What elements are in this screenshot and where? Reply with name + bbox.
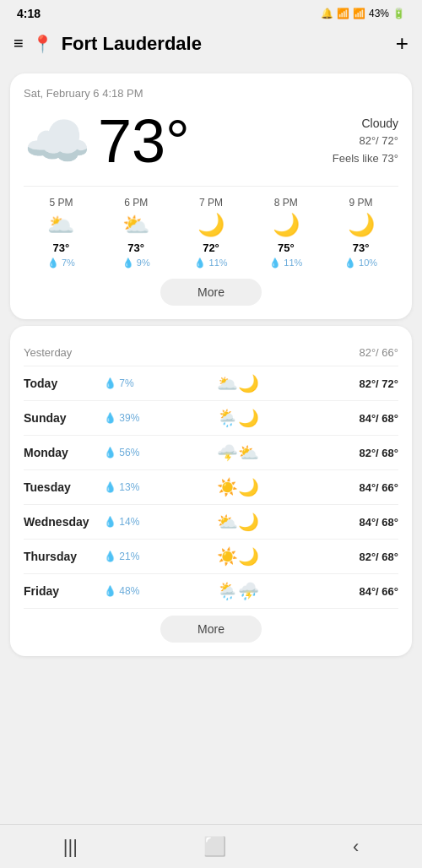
high-low-label: 82°/ 72° — [333, 133, 398, 150]
forecast-precip: 💧 7% — [104, 377, 144, 389]
hour-label: 6 PM — [124, 197, 148, 209]
forecast-row: Today 💧 7% 🌥️🌙 82°/ 72° — [24, 366, 398, 401]
forecast-temps: 84°/ 68° — [331, 412, 398, 425]
forecast-temps: 82°/ 72° — [331, 377, 398, 390]
hour-weather-icon: 🌥️ — [47, 212, 74, 238]
hour-weather-icon: ⛅ — [122, 212, 149, 238]
wifi-icon: 📶 — [337, 8, 349, 19]
hour-label: 7 PM — [199, 197, 223, 209]
forecast-icons: ☀️🌙 — [144, 546, 331, 567]
location-icon: 📍 — [32, 34, 53, 54]
hourly-row: 5 PM 🌥️ 73° 💧 7% 6 PM ⛅ 73° 💧 9% 7 PM 🌙 … — [24, 186, 398, 269]
hour-precip: 💧 9% — [122, 258, 150, 269]
forecast-temps: 84°/ 66° — [331, 585, 398, 598]
nav-home-icon[interactable]: ⬜ — [203, 836, 226, 858]
forecast-precip: 💧 39% — [104, 412, 144, 424]
forecast-day: Monday — [24, 446, 104, 459]
forecast-icons: 🌦️🌙 — [144, 408, 331, 428]
forecast-day: Today — [24, 377, 104, 390]
current-weather-icon: ☁️ — [24, 110, 91, 173]
hour-temperature: 73° — [127, 241, 144, 254]
forecast-day: Wednesday — [24, 515, 104, 529]
forecast-row: Sunday 💧 39% 🌦️🌙 84°/ 68° — [24, 401, 398, 436]
hour-weather-icon: 🌙 — [273, 212, 300, 238]
forecast-icons: 🌥️🌙 — [144, 373, 331, 393]
forecast-temps: 82°/ 68° — [331, 447, 398, 459]
forecast-row: Tuesday 💧 13% ☀️🌙 84°/ 66° — [24, 470, 398, 505]
signal-icon: 📶 — [353, 8, 365, 19]
hour-precip: 💧 7% — [47, 258, 75, 269]
app-header: ≡ 📍 Fort Lauderdale + — [0, 24, 422, 67]
forecast-row: Friday 💧 48% 🌦️⛈️ 84°/ 66° — [24, 574, 398, 609]
hourly-item: 6 PM ⛅ 73° 💧 9% — [99, 197, 174, 269]
forecast-icons: ⛅🌙 — [144, 512, 331, 532]
alarm-icon: 🔔 — [321, 8, 333, 19]
hourly-item: 9 PM 🌙 73° 💧 10% — [323, 197, 398, 269]
hour-temperature: 75° — [278, 241, 295, 254]
forecast-row: Yesterday 82°/ 66° — [24, 339, 398, 366]
feels-like-label: Feels like 73° — [333, 150, 398, 168]
add-location-button[interactable]: + — [396, 30, 408, 57]
menu-icon[interactable]: ≡ — [14, 34, 24, 53]
hour-label: 9 PM — [349, 197, 373, 209]
forecast-day: Thursday — [24, 550, 104, 563]
forecast-temps: 82°/ 68° — [331, 551, 398, 563]
hour-temperature: 72° — [203, 241, 219, 254]
hourly-item: 5 PM 🌥️ 73° 💧 7% — [24, 197, 99, 269]
current-main: ☁️ 73° Cloudy 82°/ 72° Feels like 73° — [24, 106, 398, 176]
forecast-icons: 🌩️⛅ — [144, 442, 331, 463]
battery-icon: 🔋 — [392, 8, 405, 19]
hour-weather-icon: 🌙 — [348, 212, 375, 238]
forecast-day: Tuesday — [24, 480, 104, 494]
hour-precip: 💧 10% — [344, 258, 377, 269]
status-bar: 4:18 🔔 📶 📶 43% 🔋 — [0, 0, 422, 24]
forecast-row: Thursday 💧 21% ☀️🌙 82°/ 68° — [24, 540, 398, 574]
more-button[interactable]: More — [160, 279, 262, 306]
hour-label: 8 PM — [274, 197, 298, 209]
battery-label: 43% — [369, 8, 389, 19]
bottom-navigation: ||| ⬜ ‹ — [0, 824, 422, 868]
forecast-icons: ☀️🌙 — [144, 477, 331, 497]
city-name: Fort Lauderdale — [62, 33, 202, 55]
hourly-item: 7 PM 🌙 72° 💧 11% — [174, 197, 249, 269]
forecast-card: Yesterday 82°/ 66° Today 💧 7% 🌥️🌙 82°/ 7… — [10, 326, 412, 656]
current-temperature: 73° — [98, 106, 333, 176]
forecast-row: Wednesday 💧 14% ⛅🌙 84°/ 68° — [24, 505, 398, 540]
forecast-temps: 84°/ 66° — [331, 481, 398, 494]
hour-temperature: 73° — [53, 241, 70, 254]
nav-menu-icon[interactable]: ||| — [63, 836, 78, 858]
current-weather-card: Sat, February 6 4:18 PM ☁️ 73° Cloudy 82… — [10, 73, 412, 319]
header-left: ≡ 📍 Fort Lauderdale — [14, 33, 202, 55]
forecast-precip: 💧 21% — [104, 551, 144, 562]
hour-precip: 💧 11% — [269, 258, 302, 269]
hour-label: 5 PM — [49, 197, 73, 209]
forecast-precip: 💧 14% — [104, 516, 144, 528]
hour-weather-icon: 🌙 — [197, 212, 225, 238]
forecast-precip: 💧 56% — [104, 447, 144, 458]
forecast-day: Yesterday — [24, 346, 104, 359]
nav-back-icon[interactable]: ‹ — [353, 836, 359, 858]
forecast-temps: 82°/ 66° — [331, 346, 398, 359]
forecast-icons: 🌦️⛈️ — [144, 581, 331, 601]
forecast-precip: 💧 13% — [104, 481, 144, 493]
forecast-day: Sunday — [24, 411, 104, 425]
hour-precip: 💧 11% — [194, 258, 227, 269]
hourly-item: 8 PM 🌙 75° 💧 11% — [248, 197, 323, 269]
condition-label: Cloudy — [333, 114, 398, 133]
current-date: Sat, February 6 4:18 PM — [24, 87, 398, 100]
forecast-precip: 💧 48% — [104, 585, 144, 597]
more-forecast-button[interactable]: More — [160, 616, 262, 643]
status-icons: 🔔 📶 📶 43% 🔋 — [321, 8, 405, 19]
forecast-temps: 84°/ 68° — [331, 516, 398, 529]
forecast-day: Friday — [24, 584, 104, 598]
current-description: Cloudy 82°/ 72° Feels like 73° — [333, 114, 398, 168]
hour-temperature: 73° — [353, 241, 370, 254]
status-time: 4:18 — [17, 7, 41, 20]
forecast-row: Monday 💧 56% 🌩️⛅ 82°/ 68° — [24, 436, 398, 470]
